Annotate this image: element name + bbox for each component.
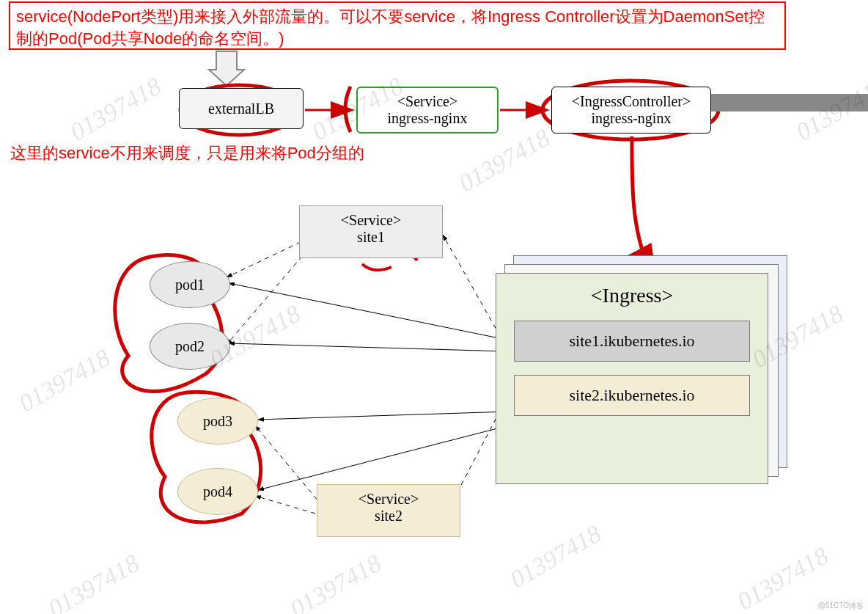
ingress-panel: <Ingress> site1.ikubernetes.io site2.iku…: [496, 273, 768, 484]
watermark: 01397418: [15, 344, 115, 418]
ingress-controller-node: <IngressController> ingress-nginx: [551, 87, 711, 134]
pod2: pod2: [150, 323, 230, 370]
watermark: 01397418: [44, 549, 144, 614]
ingress-site1: site1.ikubernetes.io: [514, 321, 750, 362]
svg-line-4: [227, 242, 301, 277]
ingress-site2: site2.ikubernetes.io: [514, 375, 750, 416]
external-lb-node: externalLB: [179, 88, 304, 129]
service-site2-line2: site2: [317, 508, 460, 525]
service-site2-line1: <Service>: [317, 491, 460, 508]
right-bar: [711, 94, 868, 112]
ingress-title: <Ingress>: [496, 284, 768, 307]
service-site2: <Service> site2: [317, 484, 460, 537]
svg-line-6: [255, 425, 323, 506]
svg-line-12: [258, 411, 532, 420]
watermark: 01397418: [506, 520, 606, 594]
watermark: 01397418: [286, 549, 386, 614]
svg-line-5: [227, 249, 308, 345]
svg-line-8: [443, 235, 500, 336]
footer-watermark: @51CTO博客: [818, 601, 864, 611]
top-note-text: service(NodePort类型)用来接入外部流量的。可以不要service…: [16, 7, 765, 48]
pod1: pod1: [150, 261, 230, 308]
pod4: pod4: [177, 468, 258, 515]
top-note-box: service(NodePort类型)用来接入外部流量的。可以不要service…: [9, 1, 786, 50]
group-note: 这里的service不用来调度，只是用来将Pod分组的: [10, 142, 364, 164]
svg-line-11: [229, 343, 532, 352]
watermark: 01397418: [455, 124, 555, 198]
svg-line-7: [255, 496, 315, 514]
svg-line-10: [229, 283, 532, 345]
service-site1-line2: site1: [300, 229, 442, 246]
service-site1: <Service> site1: [299, 205, 443, 258]
external-lb-label: externalLB: [208, 100, 274, 117]
service-site1-line1: <Service>: [300, 212, 442, 229]
ingress-ctrl-line2: ingress-nginx: [592, 110, 672, 127]
watermark: 01397418: [66, 73, 166, 147]
pod3: pod3: [177, 398, 258, 445]
svg-line-13: [258, 420, 532, 490]
service-nginx-node: <Service> ingress-nginx: [356, 87, 499, 134]
service-nginx-line1: <Service>: [397, 93, 458, 110]
service-nginx-line2: ingress-nginx: [388, 110, 468, 127]
ingress-ctrl-line1: <IngressController>: [572, 93, 691, 110]
